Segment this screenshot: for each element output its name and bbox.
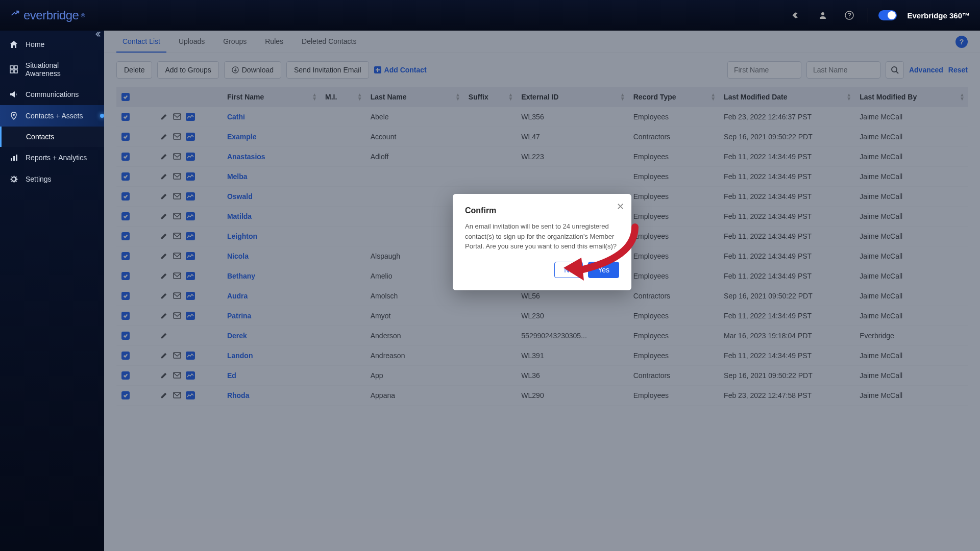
- yes-button[interactable]: Yes: [588, 262, 619, 278]
- sidebar-item-reports-analytics[interactable]: Reports + Analytics: [0, 147, 104, 168]
- svg-rect-8: [13, 156, 15, 161]
- svg-point-6: [13, 114, 15, 116]
- svg-rect-7: [11, 158, 12, 161]
- user-icon[interactable]: [815, 7, 831, 23]
- logo: everbridge®: [10, 8, 85, 22]
- sidebar-item-home[interactable]: Home: [0, 34, 104, 55]
- suite-toggle[interactable]: [878, 10, 897, 20]
- sidebar-item-communications[interactable]: Communications: [0, 84, 104, 105]
- home-icon: [9, 40, 18, 49]
- modal-body: An email invitation will be sent to 24 u…: [465, 221, 619, 252]
- chart-icon: [9, 153, 18, 162]
- close-icon[interactable]: ✕: [617, 201, 624, 212]
- modal-title: Confirm: [465, 206, 619, 215]
- svg-rect-2: [10, 66, 13, 69]
- sidebar: HomeSituational AwarenessCommunicationsC…: [0, 31, 104, 551]
- sidebar-item-contacts-assets[interactable]: Contacts + Assets: [0, 105, 104, 127]
- suite-label: Everbridge 360™: [907, 11, 970, 20]
- help-icon[interactable]: [841, 7, 857, 23]
- sidebar-sub-contacts[interactable]: Contacts: [0, 127, 104, 147]
- modal-overlay: ✕ Confirm An email invitation will be se…: [104, 31, 980, 551]
- svg-rect-9: [16, 155, 17, 161]
- brand-name: everbridge: [23, 8, 79, 22]
- dashboard-icon: [9, 65, 18, 74]
- no-button[interactable]: No: [554, 262, 583, 278]
- confirm-modal: ✕ Confirm An email invitation will be se…: [453, 194, 631, 290]
- svg-rect-5: [14, 70, 17, 73]
- svg-rect-4: [10, 70, 13, 73]
- topbar: everbridge® Everbridge 360™: [0, 0, 980, 31]
- megaphone-icon: [9, 90, 18, 99]
- sidebar-collapse-icon[interactable]: [94, 31, 101, 39]
- svg-point-0: [821, 12, 824, 15]
- collapse-icon[interactable]: [788, 7, 804, 23]
- pin-icon: [9, 111, 18, 120]
- sidebar-item-settings[interactable]: Settings: [0, 168, 104, 190]
- content: Contact ListUploadsGroupsRulesDeleted Co…: [104, 31, 980, 551]
- svg-rect-3: [14, 66, 17, 69]
- sidebar-item-situational-awareness[interactable]: Situational Awareness: [0, 55, 104, 84]
- gear-icon: [9, 174, 18, 184]
